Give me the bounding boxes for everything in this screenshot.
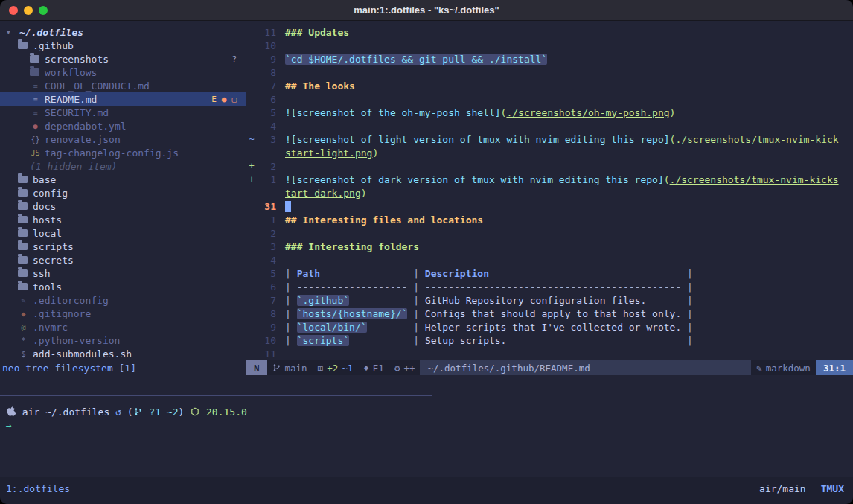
- tree-item-gitignore[interactable]: ◆.gitignore: [0, 307, 246, 320]
- tree-item-code-of-conduct-md[interactable]: ≡CODE_OF_CONDUCT.md: [0, 79, 246, 92]
- dependabot-icon: ●: [30, 122, 41, 130]
- prompt-arrow: →: [6, 420, 12, 431]
- editor-line[interactable]: tart-dark.png): [246, 186, 853, 200]
- cursor-position: 31:1: [816, 360, 853, 375]
- editor-line[interactable]: 1## Interesting files and locations: [246, 213, 853, 226]
- line-text: ### Interesting folders: [276, 241, 419, 252]
- tree-item-add-submodules-sh[interactable]: $add-submodules.sh: [0, 347, 246, 360]
- editor-line[interactable]: 31: [246, 200, 853, 213]
- line-number: 31: [257, 201, 276, 212]
- line-number: 7: [257, 295, 276, 306]
- editor-line[interactable]: 5![screenshot of the oh-my-posh shell](.…: [246, 106, 853, 119]
- tree-item-dependabot-yml[interactable]: ●dependabot.yml: [0, 119, 246, 133]
- editor-buffer[interactable]: 11### Updates109`cd $HOME/.dotfiles && g…: [246, 21, 853, 360]
- filetype-label: markdown: [766, 363, 811, 374]
- folder-icon: [18, 176, 28, 183]
- editor-line[interactable]: 6: [246, 92, 853, 106]
- tree-item-ssh[interactable]: ssh: [0, 267, 246, 280]
- zoom-button[interactable]: [39, 6, 48, 15]
- markdown-icon: ≡: [30, 95, 41, 103]
- tree-item-local[interactable]: local: [0, 226, 246, 240]
- editor-line[interactable]: 7## The looks: [246, 79, 853, 92]
- table-pipe: |: [285, 268, 297, 279]
- tree-item-label: .python-version: [33, 335, 120, 346]
- tree-item-docs[interactable]: docs: [0, 200, 246, 213]
- editor-line[interactable]: +2: [246, 159, 853, 173]
- statusline: N main ⊞ +2 ~1 ♦ E1 ⚙: [246, 360, 853, 375]
- editor-line[interactable]: 9`cd $HOME/.dotfiles && git pull && ./in…: [246, 52, 853, 66]
- folder-icon: [18, 243, 28, 250]
- tree-item-base[interactable]: base: [0, 173, 246, 186]
- shell-input-line[interactable]: →: [6, 418, 853, 432]
- tree-item-nvmrc[interactable]: @.nvmrc: [0, 320, 246, 334]
- close-button[interactable]: [9, 6, 18, 15]
- line-number: 4: [257, 121, 276, 132]
- editor-line[interactable]: 2: [246, 226, 853, 240]
- chevron-down-icon[interactable]: ▾: [6, 28, 16, 37]
- line-text: | `scripts` | Setup scripts. |: [276, 335, 693, 346]
- editor-line[interactable]: 11: [246, 347, 853, 360]
- tree-item-dotfiles[interactable]: ▾~/.dotfiles: [0, 25, 246, 39]
- markdown-icon: ≡: [30, 109, 41, 117]
- filetype: ✎ markdown: [751, 360, 816, 375]
- tree-item-renovate-json[interactable]: {}renovate.json: [0, 133, 246, 146]
- node-icon: @: [18, 323, 29, 331]
- diagnostics: ♦ E1: [358, 360, 389, 375]
- line-number: 5: [257, 268, 276, 279]
- editor-line[interactable]: 3### Interesting folders: [246, 240, 853, 253]
- javascript-icon: JS: [30, 149, 41, 157]
- minimize-button[interactable]: [24, 6, 33, 15]
- tree-item-screenshots[interactable]: screenshots?: [0, 52, 246, 66]
- tree-item-label: .nvmrc: [33, 322, 68, 333]
- branch-name: main: [285, 363, 307, 374]
- tree-item-readme-md[interactable]: ≡README.mdE●▢: [0, 92, 246, 106]
- tree-item-workflows[interactable]: workflows: [0, 66, 246, 79]
- tree-item-1-hidden-item[interactable]: (1 hidden item): [0, 159, 246, 173]
- tree-item-security-md[interactable]: ≡SECURITY.md: [0, 106, 246, 119]
- shell-pane[interactable]: air ~/.dotfiles ↺ ( ?1 ~2) 20.15.0 →: [0, 396, 853, 477]
- diff-icon: ⊞: [318, 363, 324, 374]
- table-pipe: |: [407, 335, 424, 346]
- tree-item-label: hosts: [33, 214, 62, 226]
- line-text: tart-dark.png): [276, 188, 367, 199]
- editor-line[interactable]: 4: [246, 253, 853, 267]
- editor-line[interactable]: +1![screenshot of dark version of tmux w…: [246, 173, 853, 186]
- folder-icon: [18, 229, 28, 237]
- editor-line[interactable]: 11### Updates: [246, 25, 853, 39]
- editor-line[interactable]: 7| `.github` | GitHub Repository configu…: [246, 293, 853, 307]
- editor-line[interactable]: 9| `local/bin/` | Helper scripts that I'…: [246, 320, 853, 334]
- folder-icon: [18, 42, 28, 49]
- editor-line[interactable]: 8: [246, 66, 853, 79]
- line-text: `cd $HOME/.dotfiles && git pull && ./ins…: [276, 54, 547, 65]
- folder-icon: [30, 68, 39, 76]
- prompt-segment: ↺: [115, 406, 127, 418]
- editor-line[interactable]: 6| ------------------- | ---------------…: [246, 280, 853, 293]
- markdown-h3: ### Interesting folders: [285, 241, 419, 252]
- folder-icon: [18, 283, 28, 290]
- editor-line[interactable]: ~3![screenshot of light version of tmux …: [246, 133, 853, 146]
- editor-line[interactable]: 5| Path | Description |: [246, 267, 853, 280]
- markdown-h2: ## Interesting files and locations: [285, 214, 483, 226]
- tree-item-secrets[interactable]: secrets: [0, 253, 246, 267]
- traffic-lights: [9, 0, 48, 20]
- markdown-icon: ≡: [30, 82, 41, 90]
- tree-item-editorconfig[interactable]: ✎.editorconfig: [0, 293, 246, 307]
- tree-item-python-version[interactable]: *.python-version: [0, 334, 246, 347]
- link-paren: (: [664, 174, 670, 185]
- line-number: 8: [257, 308, 276, 319]
- editor-line[interactable]: 8| `hosts/{hostname}/` | Configs that sh…: [246, 307, 853, 320]
- tree-item-hosts[interactable]: hosts: [0, 213, 246, 226]
- tree-item-label: add-submodules.sh: [33, 348, 132, 360]
- editor-line[interactable]: 10: [246, 39, 853, 52]
- editor-line[interactable]: 4: [246, 119, 853, 133]
- editor-line[interactable]: start-light.png): [246, 146, 853, 159]
- tree-item-tag-changelog-config-js[interactable]: JStag-changelog-config.js: [0, 146, 246, 159]
- editor-line[interactable]: 10| `scripts` | Setup scripts. |: [246, 334, 853, 347]
- tree-item-tools[interactable]: tools: [0, 280, 246, 293]
- tree-item-label: SECURITY.md: [45, 107, 109, 118]
- tree-item-github[interactable]: .github: [0, 39, 246, 52]
- link-label: ![screenshot of light version of tmux wi…: [285, 134, 670, 145]
- tree-item-config[interactable]: config: [0, 186, 246, 200]
- tree-item-scripts[interactable]: scripts: [0, 240, 246, 253]
- tmux-window-label[interactable]: 1:.dotfiles: [6, 483, 70, 494]
